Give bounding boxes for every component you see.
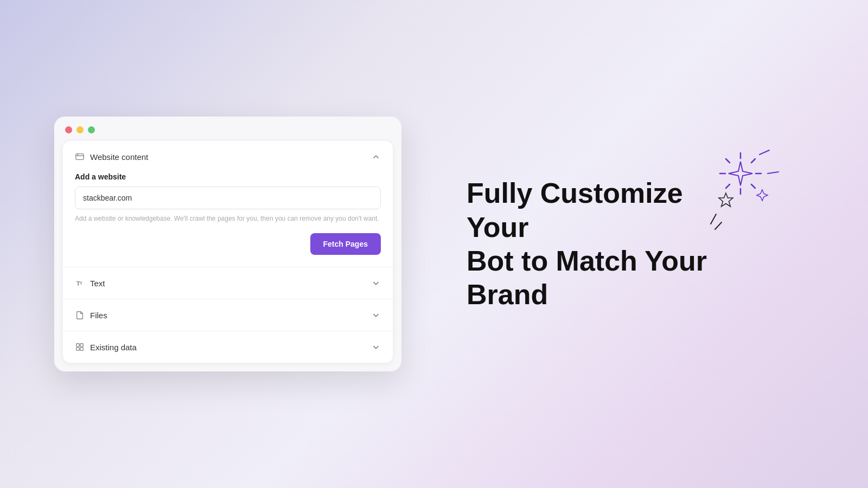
accordion-existing-data: Existing data xyxy=(63,331,393,363)
accordion-website-content: Website content Add a website Add a webs… xyxy=(63,141,393,267)
browser-window: Website content Add a website Add a webs… xyxy=(54,117,401,371)
accordion-header-left-files: Files xyxy=(75,310,107,320)
accordion-header-left-existing: Existing data xyxy=(75,342,137,352)
chevron-down-files-icon xyxy=(371,310,381,320)
svg-line-14 xyxy=(751,184,755,188)
fetch-pages-button[interactable]: Fetch Pages xyxy=(310,233,381,255)
dot-red xyxy=(65,126,72,133)
browser-titlebar xyxy=(54,117,401,141)
svg-rect-0 xyxy=(76,154,84,160)
dot-green xyxy=(88,126,95,133)
chevron-up-icon xyxy=(371,152,381,162)
accordion-header-left-text: T T Text xyxy=(75,278,105,288)
browser-content: Website content Add a website Add a webs… xyxy=(63,141,393,363)
existing-data-title: Existing data xyxy=(90,343,137,352)
svg-rect-6 xyxy=(80,344,83,346)
left-panel: Website content Add a website Add a webs… xyxy=(43,117,434,371)
svg-text:T: T xyxy=(80,281,82,286)
files-icon xyxy=(75,310,85,320)
accordion-header-files[interactable]: Files xyxy=(63,299,393,331)
right-panel: Fully Customize Your Bot to Match Your B… xyxy=(434,176,825,312)
chevron-down-text-icon xyxy=(371,278,381,288)
svg-line-18 xyxy=(768,172,778,174)
svg-line-19 xyxy=(711,214,716,224)
website-content-title: Website content xyxy=(90,152,148,162)
headline-line1: Fully Customize Your xyxy=(467,177,683,242)
chevron-down-existing-icon xyxy=(371,342,381,352)
existing-data-icon xyxy=(75,342,85,352)
accordion-header-left-website: Website content xyxy=(75,152,148,162)
svg-line-16 xyxy=(726,184,730,188)
text-section-title: Text xyxy=(90,279,105,288)
accordion-header-website[interactable]: Website content xyxy=(63,141,393,172)
accordion-text: T T Text xyxy=(63,267,393,299)
accordion-files: Files xyxy=(63,299,393,331)
svg-rect-8 xyxy=(80,348,83,350)
website-url-input[interactable] xyxy=(75,187,381,209)
svg-line-20 xyxy=(715,222,722,229)
website-icon xyxy=(75,152,85,162)
dot-yellow xyxy=(76,126,84,133)
svg-line-13 xyxy=(726,159,730,163)
sparkle-decoration xyxy=(705,144,781,230)
website-field-label: Add a website xyxy=(75,172,381,181)
accordion-header-existing[interactable]: Existing data xyxy=(63,331,393,363)
svg-rect-5 xyxy=(76,344,79,346)
website-content-body: Add a website Add a website or knowledge… xyxy=(63,172,393,267)
text-icon: T T xyxy=(75,278,85,288)
website-help-text: Add a website or knowledgebase. We'll cr… xyxy=(75,214,381,223)
svg-line-15 xyxy=(751,159,755,163)
headline-line2: Bot to Match Your Brand xyxy=(467,245,707,310)
svg-rect-7 xyxy=(76,348,79,350)
accordion-header-text[interactable]: T T Text xyxy=(63,267,393,299)
files-section-title: Files xyxy=(90,311,107,320)
svg-line-17 xyxy=(760,150,769,155)
